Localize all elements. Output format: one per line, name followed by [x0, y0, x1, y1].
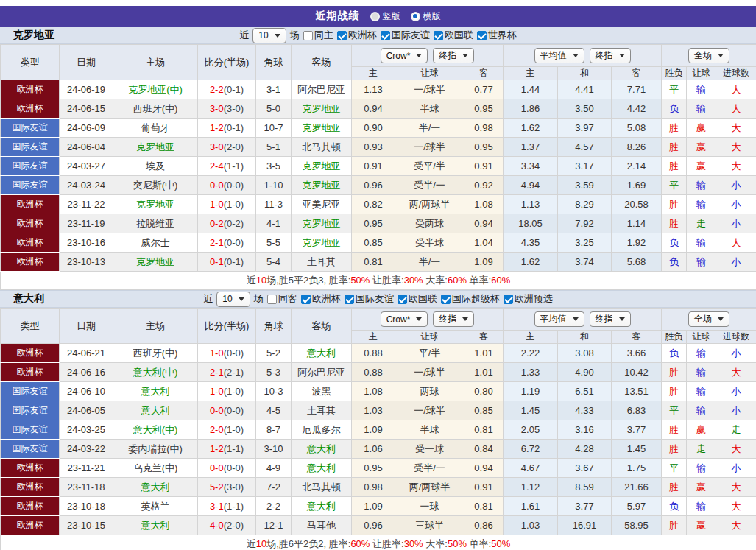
checkbox-checked-icon[interactable] [398, 295, 407, 304]
score-cell: 1-2(0-1) [198, 119, 256, 138]
avg-draw-odds-cell: 6.51 [558, 382, 612, 401]
final-index-select-2[interactable]: 终指 [590, 311, 631, 327]
summary-row: 近10场,胜5平2负3, 胜率:50% 让胜率:30% 大率:60% 单率:60… [1, 272, 756, 290]
horizontal-layout-radio[interactable]: 横版 [411, 10, 441, 23]
fullmatch-select[interactable]: 全场 [688, 48, 729, 63]
handicap-home-odds-cell: 0.90 [352, 119, 395, 138]
corner-cell: 4-1 [256, 214, 292, 233]
section-filter-row-italy: 意大利 近 10 场 同客 欧洲杯国际友谊欧国联国际超级杯欧洲预选 [0, 290, 756, 308]
final-index-select[interactable]: 终指 [433, 48, 474, 63]
table-row: 欧洲杯 23-11-22 克罗地亚 1-0(1-0) 11-3 亚美尼亚 0.8… [1, 195, 756, 214]
table-row: 欧洲杯 23-10-15 意大利 4-0(2-0) 12-1 马耳他 0.96 … [1, 516, 756, 535]
league-filter[interactable]: 世界杯 [477, 29, 517, 42]
handicap-line-cell: 受半/一 [395, 459, 464, 478]
handicap-line-cell: 受半/一 [395, 176, 464, 195]
fullmatch-select[interactable]: 全场 [688, 311, 729, 327]
league-filter[interactable]: 欧国联 [398, 292, 437, 306]
handicap-line-cell: 受半球 [395, 233, 464, 253]
average-select[interactable]: 平均值 [534, 48, 584, 63]
average-select[interactable]: 平均值 [534, 311, 584, 327]
radio-selected-icon[interactable] [411, 12, 420, 21]
table-row: 欧洲杯 23-11-18 意大利 5-2(3-0) 7-2 北马其顿 0.98 … [1, 478, 756, 497]
date-cell: 24-06-15 [60, 99, 113, 119]
handicap-result-cell: 赢 [687, 157, 716, 176]
sub-col-header-result: 胜负 [662, 67, 687, 80]
date-cell: 23-11-22 [60, 195, 113, 214]
date-cell: 23-11-18 [60, 478, 113, 497]
match-count-select[interactable]: 10 [252, 28, 286, 43]
league-type-cell: 欧洲杯 [1, 363, 60, 382]
checkbox-checked-icon[interactable] [337, 31, 347, 40]
avg-home-odds-cell: 1.44 [504, 80, 558, 99]
summary-text: 近10场,胜5平2负3, 胜率:50% 让胜率:30% 大率:60% 单率:60… [247, 275, 510, 286]
table-row: 国际友谊 24-03-25 意大利(中) 2-0(1-0) 8-7 厄瓜多尔 1… [1, 420, 756, 440]
checkbox-checked-icon[interactable] [504, 295, 513, 304]
handicap-away-odds-cell: 0.81 [464, 497, 504, 516]
avg-home-odds-cell: 1.45 [504, 401, 558, 420]
summary-segment: 近 [247, 538, 256, 549]
avg-away-odds-cell: 10.42 [612, 363, 662, 382]
avg-draw-odds-cell: 3.08 [558, 344, 612, 363]
summary-segment: 50% [491, 538, 510, 549]
final-index-select[interactable]: 终指 [433, 311, 474, 327]
league-filter[interactable]: 欧洲杯 [337, 29, 377, 42]
checkbox-checked-icon[interactable] [477, 31, 487, 40]
score-cell: 2-4(1-1) [198, 157, 256, 176]
checkbox-checked-icon[interactable] [434, 31, 443, 40]
league-filter[interactable]: 国际友谊 [345, 292, 394, 306]
date-cell: 24-03-25 [60, 420, 113, 440]
checkbox-checked-icon[interactable] [441, 295, 451, 304]
avg-home-odds-cell: 18.05 [504, 214, 558, 233]
recent-results-page: 近期战绩 竖版 横版 克罗地亚 近 10 场 同主 欧洲杯 [0, 0, 756, 550]
score-cell: 0-2(0-2) [198, 214, 256, 233]
result-cell: 负 [662, 344, 687, 363]
goals-result-cell: 大 [716, 497, 756, 516]
checkbox-checked-icon[interactable] [345, 295, 354, 304]
handicap-result-cell: 输 [687, 99, 716, 119]
sub-col-header-avg-away: 客 [612, 331, 662, 344]
fulltime-score: 3-0 [210, 103, 224, 114]
avg-home-odds-cell: 1.33 [504, 363, 558, 382]
checkbox-unchecked-icon[interactable] [267, 295, 277, 304]
league-filter[interactable]: 国际超级杯 [441, 292, 500, 306]
handicap-line-cell: 半/一 [395, 119, 464, 138]
match-count-select[interactable]: 10 [216, 292, 250, 307]
same-away-filter[interactable]: 同客 [267, 292, 297, 306]
home-team-cell: 西班牙(中) [113, 99, 198, 119]
summary-segment: 60% [350, 538, 370, 549]
result-cell: 平 [662, 459, 687, 478]
fullmatch-group-header: 全场 [662, 45, 756, 67]
handicap-result-cell: 走 [687, 440, 716, 459]
bookmaker-select[interactable]: Crow* [381, 311, 428, 327]
final-index-select-2[interactable]: 终指 [590, 48, 631, 63]
league-filter[interactable]: 国际友谊 [381, 29, 430, 42]
score-cell: 3-0(2-0) [198, 138, 256, 157]
league-filter[interactable]: 欧洲预选 [504, 292, 553, 306]
home-team-cell: 乌克兰(中) [113, 459, 198, 478]
date-cell: 24-06-21 [60, 344, 113, 363]
col-header-corner: 角球 [256, 45, 292, 80]
away-team-cell: 克罗地亚 [292, 157, 352, 176]
summary-text: 近10场,胜6平2负2, 胜率:60% 让胜率:30% 大率:50% 单率:50… [247, 538, 510, 549]
league-filter[interactable]: 欧国联 [434, 29, 473, 42]
sub-col-header-handicap: 让球 [395, 331, 464, 344]
average-select-value: 平均值 [540, 313, 567, 325]
avg-away-odds-cell: 1.92 [612, 233, 662, 253]
goals-result-cell: 大 [716, 478, 756, 497]
chevron-down-icon [619, 54, 625, 57]
goals-result-cell: 大 [716, 99, 756, 119]
vertical-layout-radio[interactable]: 竖版 [370, 10, 400, 23]
checkbox-unchecked-icon[interactable] [303, 31, 313, 40]
corner-cell: 5-5 [256, 233, 292, 253]
checkbox-checked-icon[interactable] [381, 31, 390, 40]
same-home-filter[interactable]: 同主 [303, 29, 333, 42]
sub-col-header-avg-home: 主 [504, 67, 558, 80]
league-filter[interactable]: 欧洲杯 [301, 292, 341, 306]
bookmaker-select[interactable]: Crow* [381, 48, 428, 63]
table-row: 欧洲杯 23-11-19 拉脱维亚 0-2(0-2) 4-1 克罗地亚 0.95… [1, 214, 756, 233]
checkbox-checked-icon[interactable] [301, 295, 311, 304]
radio-unselected-icon[interactable] [370, 12, 380, 21]
home-team-cell: 委内瑞拉(中) [113, 440, 198, 459]
fulltime-score: 1-0 [210, 386, 224, 397]
summary-segment: 让胜率: [370, 275, 403, 286]
